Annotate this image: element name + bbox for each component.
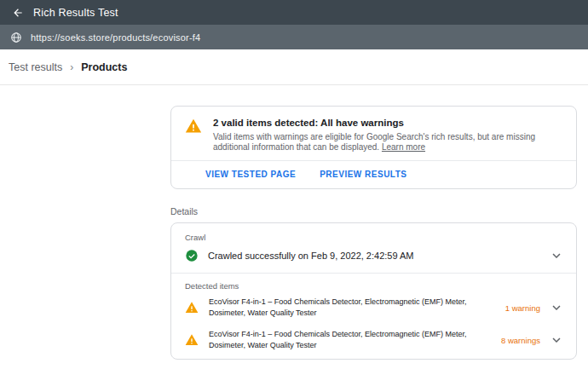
check-circle-icon — [185, 249, 199, 262]
warning-icon — [185, 333, 199, 347]
detected-items-label: Detected items — [171, 274, 576, 291]
globe-icon — [10, 32, 22, 43]
learn-more-link[interactable]: Learn more — [382, 142, 425, 152]
view-tested-page-button[interactable]: VIEW TESTED PAGE — [205, 168, 296, 181]
result-actions: VIEW TESTED PAGE PREVIEW RESULTS — [171, 161, 576, 188]
arrow-left-icon — [12, 7, 24, 19]
details-card: Crawl Crawled successfully on Feb 9, 202… — [170, 222, 577, 360]
crawl-label: Crawl — [171, 223, 576, 244]
result-summary-text: 2 valid items detected: All have warning… — [213, 118, 561, 153]
chevron-down-icon[interactable] — [549, 332, 564, 348]
tested-url: https://soeks.store/products/ecovisor-f4 — [31, 32, 200, 43]
warning-icon — [185, 118, 202, 153]
breadcrumb-test-results[interactable]: Test results — [9, 61, 62, 73]
breadcrumb-products: Products — [81, 61, 127, 73]
result-summary-body: 2 valid items detected: All have warning… — [171, 107, 576, 153]
rich-results-test-page: Rich Results Test https://soeks.store/pr… — [0, 0, 588, 369]
crawl-status-text: Crawled successfully on Feb 9, 2022, 2:4… — [208, 251, 549, 261]
chevron-right-icon: › — [70, 61, 73, 73]
url-bar: https://soeks.store/products/ecovisor-f4 — [0, 25, 588, 49]
breadcrumb: Test results › Products — [0, 49, 588, 85]
result-summary-card: 2 valid items detected: All have warning… — [170, 106, 577, 189]
preview-results-button[interactable]: PREVIEW RESULTS — [320, 168, 406, 181]
result-title: 2 valid items detected: All have warning… — [213, 118, 561, 128]
warning-icon — [185, 301, 199, 314]
warning-count-badge: 8 warnings — [501, 336, 540, 345]
details-section-label: Details — [170, 206, 577, 216]
crawl-status-row[interactable]: Crawled successfully on Feb 9, 2022, 2:4… — [171, 244, 576, 273]
app-title: Rich Results Test — [33, 7, 118, 19]
result-description: Valid items with warnings are eligible f… — [213, 132, 561, 153]
chevron-down-icon[interactable] — [549, 248, 564, 263]
result-description-text: Valid items with warnings are eligible f… — [213, 132, 535, 152]
warning-count-badge: 1 warning — [505, 303, 540, 313]
detected-item-row[interactable]: EcoVisor F4-in-1 – Food Chemicals Detect… — [171, 291, 576, 324]
detected-item-row[interactable]: EcoVisor F4-in-1 – Food Chemicals Detect… — [171, 324, 576, 359]
detected-item-title: EcoVisor F4-in-1 – Food Chemicals Detect… — [209, 329, 493, 351]
detected-item-title: EcoVisor F4-in-1 – Food Chemicals Detect… — [209, 297, 497, 319]
app-header: Rich Results Test — [0, 0, 588, 25]
back-button[interactable] — [10, 5, 26, 20]
main-content: 2 valid items detected: All have warning… — [170, 85, 577, 369]
chevron-down-icon[interactable] — [549, 300, 564, 315]
